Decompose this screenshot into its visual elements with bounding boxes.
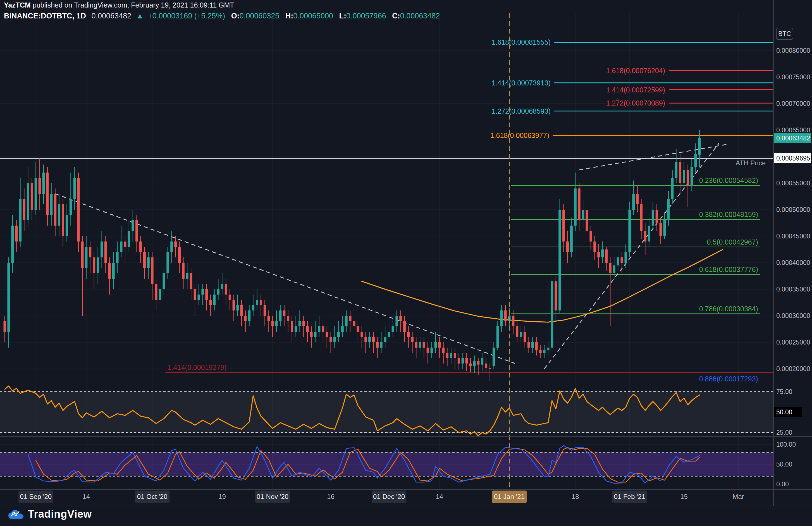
main-pane[interactable]: 0.236(0.00054582)0.382(0.00048159)0.5(0.…	[0, 38, 773, 383]
low-value: 0.00057966	[346, 12, 386, 20]
candlestick-series	[4, 130, 701, 381]
byline: YazTCM published on TradingView.com, Feb…	[4, 1, 234, 9]
fib-label: 0.236(0.00054582)	[699, 176, 758, 184]
tradingview-published-chart: 0.236(0.00054582)0.382(0.00048159)0.5(0.…	[0, 0, 812, 526]
change-value: +0.00003169 (+5.25%)	[148, 12, 225, 20]
ma-line[interactable]	[362, 250, 723, 322]
fib-label: 1.272(0.00068593)	[492, 107, 551, 115]
fib-label: 1.414(0.00019279)	[168, 364, 227, 371]
open-value: 0.00060325	[240, 12, 279, 20]
currency-unit-button[interactable]: BTC	[776, 28, 793, 40]
fib-label: 1.272(0.00070089)	[606, 99, 665, 107]
fib-label: 0.5(0.00042967)	[707, 238, 758, 246]
logo-text: TradingView	[28, 508, 92, 520]
high-label: H:	[285, 12, 293, 20]
fib-label: 1.618(0.00081555)	[492, 38, 551, 46]
fib-label: 1.618(0.00063977)	[490, 132, 549, 139]
price-axis[interactable]	[774, 0, 812, 506]
descending-trendline[interactable]	[55, 194, 515, 364]
symbol-title[interactable]: BINANCE:DOTBTC, 1D	[4, 12, 86, 20]
fib-label: 0.786(0.00030384)	[699, 305, 758, 313]
fib-label-clipped: 0.886(0.00017293)	[699, 375, 758, 383]
high-value: 0.00065000	[293, 12, 333, 20]
last-price: 0.00063482	[91, 12, 131, 20]
open-label: O:	[231, 12, 240, 20]
fib-label: 0.618(0.00037776)	[699, 265, 758, 273]
byline-text: published on TradingView.com, February 1…	[31, 1, 234, 9]
author-name: YazTCM	[4, 1, 31, 9]
tradingview-cloud-icon	[8, 509, 24, 520]
fib-label: 1.618(0.00076204)	[606, 67, 665, 75]
fib-label: 1.414(0.00073913)	[492, 79, 551, 87]
ath-price-label: ATH Price	[736, 159, 766, 167]
fib-label: 1.414(0.00072599)	[606, 86, 665, 94]
tradingview-logo[interactable]: TradingView	[8, 508, 92, 520]
close-value: 0.00063482	[400, 12, 440, 20]
fib-label: 0.382(0.00048159)	[699, 210, 758, 218]
time-axis[interactable]	[0, 490, 773, 506]
chart-canvas[interactable]: 0.236(0.00054582)0.382(0.00048159)0.5(0.…	[0, 0, 812, 526]
close-label: C:	[392, 12, 400, 20]
upper-wedge-line[interactable]	[579, 144, 727, 170]
change-arrow-icon: ▲	[136, 12, 144, 20]
low-label: L:	[339, 12, 346, 20]
symbol-info-bar: BINANCE:DOTBTC, 1D 0.00063482 ▲ +0.00003…	[4, 12, 440, 20]
